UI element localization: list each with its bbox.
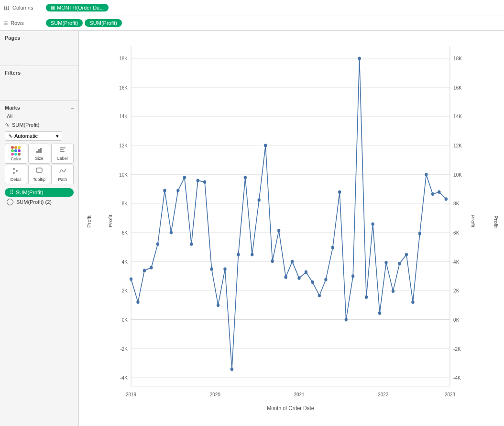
- svg-point-80: [291, 260, 294, 263]
- svg-point-85: [324, 278, 327, 281]
- dropdown-text: Automatic: [14, 133, 38, 139]
- detail-button[interactable]: Detail: [5, 165, 27, 184]
- svg-text:16K: 16K: [119, 84, 128, 90]
- label-icon: [59, 146, 66, 155]
- svg-text:2K: 2K: [453, 288, 460, 294]
- svg-text:0K: 0K: [453, 316, 460, 323]
- detail-button-label: Detail: [11, 177, 22, 182]
- svg-point-71: [230, 368, 233, 371]
- svg-text:4K: 4K: [122, 258, 128, 265]
- rows-row: ≡ Rows SUM(Profit) SUM(Profit): [0, 15, 504, 31]
- pages-title: Pages: [5, 35, 74, 41]
- rows-pill-1[interactable]: SUM(Profit): [46, 19, 83, 27]
- svg-point-83: [311, 280, 314, 284]
- svg-rect-0: [36, 151, 38, 153]
- svg-text:0K: 0K: [122, 316, 128, 323]
- marks-collapse-icon[interactable]: –: [71, 105, 74, 111]
- y-axis-label-left: Profit: [86, 215, 92, 228]
- columns-pill[interactable]: ▦ MONTH(Order Da...: [46, 4, 109, 11]
- sum-profit-pill[interactable]: ⠿ SUM(Profit): [5, 188, 74, 197]
- svg-point-61: [163, 189, 166, 192]
- svg-rect-4: [60, 149, 64, 150]
- svg-text:8K: 8K: [453, 201, 460, 207]
- svg-point-87: [338, 191, 341, 194]
- svg-point-68: [210, 268, 213, 271]
- svg-rect-9: [36, 168, 42, 172]
- svg-text:10K: 10K: [119, 171, 128, 178]
- svg-point-66: [197, 179, 199, 182]
- label-button[interactable]: Label: [51, 144, 74, 164]
- label-button-label: Label: [57, 156, 68, 161]
- sum-profit-2: SUM(Profit) (2): [5, 199, 74, 205]
- rows-pill-1-text: SUM(Profit): [51, 20, 78, 26]
- tooltip-button[interactable]: Tooltip: [28, 165, 51, 184]
- columns-text: Columns: [12, 5, 33, 11]
- svg-text:2023: 2023: [445, 391, 455, 397]
- marks-buttons-grid: Color Size: [5, 144, 74, 184]
- svg-point-64: [183, 176, 186, 179]
- marks-all-label: All: [5, 113, 74, 119]
- svg-point-69: [217, 303, 219, 307]
- chart-area: Profit Profit: [79, 31, 504, 426]
- svg-text:6K: 6K: [122, 229, 128, 235]
- svg-point-84: [318, 294, 321, 297]
- svg-text:18K: 18K: [119, 56, 128, 62]
- calendar-icon: ▦: [51, 5, 55, 10]
- columns-pill-text: MONTH(Order Da...: [57, 5, 104, 11]
- dropdown-arrow-icon: ▾: [56, 133, 59, 139]
- marks-header: Marks –: [5, 105, 74, 111]
- circle-icon: [7, 199, 13, 205]
- svg-point-90: [358, 56, 361, 60]
- svg-text:14K: 14K: [453, 113, 462, 120]
- svg-text:14K: 14K: [119, 113, 128, 120]
- svg-rect-11: [105, 36, 480, 421]
- sum-profit-2-text: SUM(Profit) (2): [16, 199, 52, 205]
- svg-point-81: [297, 276, 300, 280]
- svg-point-98: [411, 301, 414, 304]
- path-button-label: Path: [58, 177, 67, 182]
- path-button[interactable]: Path: [51, 165, 74, 184]
- svg-point-82: [305, 270, 307, 274]
- svg-text:2019: 2019: [126, 391, 136, 397]
- svg-point-57: [136, 301, 139, 304]
- columns-icon: ⊞: [4, 4, 10, 11]
- color-button-label: Color: [11, 157, 22, 161]
- svg-point-56: [130, 277, 132, 280]
- svg-point-86: [331, 246, 334, 249]
- svg-rect-5: [60, 151, 65, 152]
- svg-point-70: [223, 268, 226, 271]
- marks-title: Marks: [5, 105, 20, 111]
- svg-text:12K: 12K: [453, 142, 462, 148]
- svg-text:2022: 2022: [378, 391, 388, 397]
- svg-text:-2K: -2K: [120, 346, 128, 352]
- size-button[interactable]: Size: [28, 144, 51, 164]
- svg-point-8: [13, 172, 15, 174]
- svg-point-63: [176, 189, 179, 192]
- mark-type-dropdown[interactable]: ∿ Automatic ▾: [5, 131, 62, 141]
- rows-icon: ≡: [4, 19, 8, 27]
- color-button[interactable]: Color: [5, 144, 27, 164]
- filters-title: Filters: [5, 70, 74, 76]
- filters-content: [5, 78, 74, 97]
- rows-pill-2-text: SUM(Profit): [89, 20, 117, 26]
- columns-label: ⊞ Columns: [4, 4, 42, 11]
- pages-section: Pages: [0, 31, 78, 66]
- color-icon: [11, 146, 21, 156]
- svg-point-88: [345, 318, 348, 321]
- svg-point-103: [445, 197, 448, 201]
- rows-pill-2[interactable]: SUM(Profit): [85, 19, 121, 27]
- line-chart-icon: ∿: [5, 121, 10, 128]
- size-button-label: Size: [35, 156, 44, 161]
- sum-profit-text: SUM(Profit): [12, 122, 39, 128]
- svg-point-75: [258, 198, 261, 202]
- svg-point-58: [143, 269, 146, 272]
- svg-text:18K: 18K: [453, 56, 462, 62]
- svg-point-92: [371, 222, 374, 225]
- svg-point-99: [418, 232, 421, 235]
- svg-point-73: [244, 176, 247, 179]
- marks-section: Marks – All ∿ SUM(Profit) ∿ Automatic ▾: [0, 101, 78, 426]
- main-content: Pages Filters Marks – All ∿ SUM(Profit) …: [0, 31, 504, 426]
- rows-label: ≡ Rows: [4, 19, 42, 27]
- svg-point-67: [203, 180, 206, 184]
- svg-text:6K: 6K: [453, 229, 460, 235]
